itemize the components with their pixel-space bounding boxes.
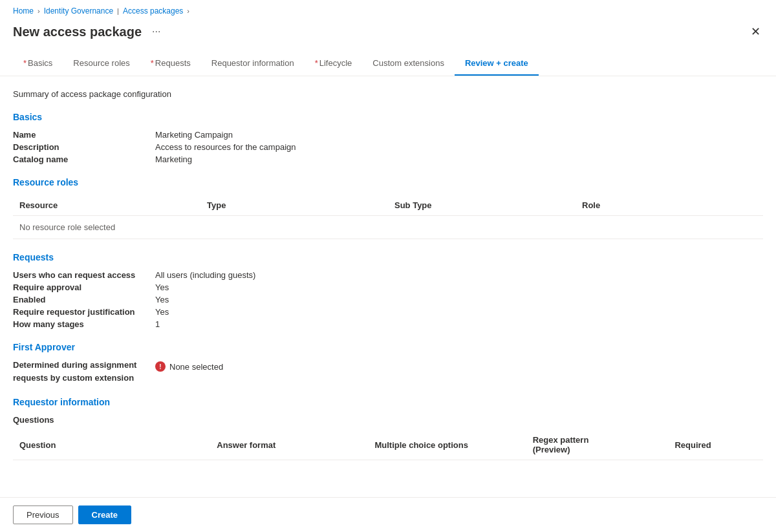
how-many-stages-value: 1 [155, 319, 160, 329]
require-approval-value: Yes [155, 282, 169, 292]
ellipsis-button[interactable]: ··· [148, 25, 164, 39]
warning-icon: ! [155, 361, 166, 372]
enabled-row: Enabled Yes [13, 295, 763, 304]
catalog-name-field-row: Catalog name Marketing [13, 154, 763, 164]
page-header: New access package ··· ✕ [0, 19, 776, 52]
resource-roles-header-row: Resource Type Sub Type Role [13, 195, 763, 216]
tabs-bar: *Basics Resource roles *Requests Request… [0, 52, 776, 76]
page-title-row: New access package ··· [13, 25, 164, 39]
breadcrumb-sep-1: › [38, 7, 40, 15]
require-justification-value: Yes [155, 307, 169, 317]
col-header-type: Type [200, 195, 388, 216]
tab-resource-roles[interactable]: Resource roles [63, 52, 140, 76]
requestor-information-section: Requestor information Questions Question… [13, 397, 763, 460]
col-header-role: Role [576, 195, 763, 216]
requests-section: Requests Users who can request access Al… [13, 252, 763, 329]
custom-extension-row: Determined during assignmentrequests by … [13, 359, 763, 384]
how-many-stages-row: How many stages 1 [13, 319, 763, 329]
users-can-request-row: Users who can request access All users (… [13, 270, 763, 280]
users-can-request-label: Users who can request access [13, 270, 155, 280]
tab-requestor-information[interactable]: Requestor information [201, 52, 305, 76]
resource-roles-section: Resource roles Resource Type Sub Type Ro… [13, 177, 763, 239]
catalog-name-value: Marketing [155, 154, 192, 164]
content-area: Summary of access package configuration … [0, 76, 776, 524]
enabled-value: Yes [155, 295, 169, 304]
lifecycle-asterisk: * [315, 58, 318, 68]
none-selected-value: None selected [169, 362, 223, 372]
description-value: Access to resources for the campaign [155, 142, 296, 152]
how-many-stages-label: How many stages [13, 319, 155, 329]
name-field-row: Name Marketing Campaign [13, 130, 763, 140]
none-selected-container: ! None selected [155, 359, 223, 374]
require-approval-label: Require approval [13, 282, 155, 292]
col-required-header: Required [668, 430, 763, 460]
no-resource-role-row: No resource role selected [13, 216, 763, 239]
basics-section-title: Basics [13, 112, 763, 122]
summary-text: Summary of access package configuration [13, 89, 763, 99]
questions-table: Question Answer format Multiple choice o… [13, 430, 763, 460]
basics-asterisk: * [23, 58, 27, 68]
resource-roles-table: Resource Type Sub Type Role No resource … [13, 195, 763, 239]
require-justification-label: Require requestor justification [13, 307, 155, 317]
tab-lifecycle[interactable]: *Lifecycle [305, 52, 363, 76]
requestor-information-title: Requestor information [13, 397, 763, 407]
questions-header-row: Question Answer format Multiple choice o… [13, 430, 763, 460]
description-label: Description [13, 142, 155, 152]
previous-button[interactable]: Previous [13, 505, 73, 524]
breadcrumb-sep-3: › [187, 7, 189, 15]
breadcrumb-sep-2: | [117, 7, 119, 15]
col-multiple-header: Multiple choice options [368, 430, 526, 460]
basics-section: Basics Name Marketing Campaign Descripti… [13, 112, 763, 164]
catalog-name-label: Catalog name [13, 154, 155, 164]
first-approver-title: First Approver [13, 342, 763, 352]
breadcrumb-identity-governance[interactable]: Identity Governance [44, 6, 113, 16]
close-button[interactable]: ✕ [748, 22, 763, 41]
footer-bar: Previous Create [0, 497, 776, 532]
col-header-subtype: Sub Type [388, 195, 576, 216]
description-field-row: Description Access to resources for the … [13, 142, 763, 152]
tab-requests[interactable]: *Requests [140, 52, 201, 76]
breadcrumb: Home › Identity Governance | Access pack… [0, 0, 776, 19]
tab-review-create[interactable]: Review + create [455, 52, 539, 76]
col-question-header: Question [13, 430, 210, 460]
requests-section-title: Requests [13, 252, 763, 262]
require-approval-row: Require approval Yes [13, 282, 763, 292]
create-button[interactable]: Create [78, 505, 131, 524]
requests-asterisk: * [151, 58, 154, 68]
breadcrumb-access-packages[interactable]: Access packages [123, 6, 183, 16]
name-label: Name [13, 130, 155, 140]
questions-label: Questions [13, 415, 763, 425]
custom-extension-label: Determined during assignmentrequests by … [13, 359, 155, 384]
breadcrumb-home[interactable]: Home [13, 6, 34, 16]
first-approver-section: First Approver Determined during assignm… [13, 342, 763, 384]
require-justification-row: Require requestor justification Yes [13, 307, 763, 317]
tab-custom-extensions[interactable]: Custom extensions [362, 52, 455, 76]
name-value: Marketing Campaign [155, 130, 233, 140]
enabled-label: Enabled [13, 295, 155, 304]
col-regex-header: Regex pattern (Preview) [526, 430, 669, 460]
no-resource-role-message: No resource role selected [13, 216, 763, 239]
users-can-request-value: All users (including guests) [155, 270, 255, 280]
col-header-resource: Resource [13, 195, 200, 216]
page-title: New access package [13, 25, 142, 39]
tab-basics[interactable]: *Basics [13, 52, 63, 76]
col-answer-header: Answer format [210, 430, 368, 460]
resource-roles-section-title: Resource roles [13, 177, 763, 187]
